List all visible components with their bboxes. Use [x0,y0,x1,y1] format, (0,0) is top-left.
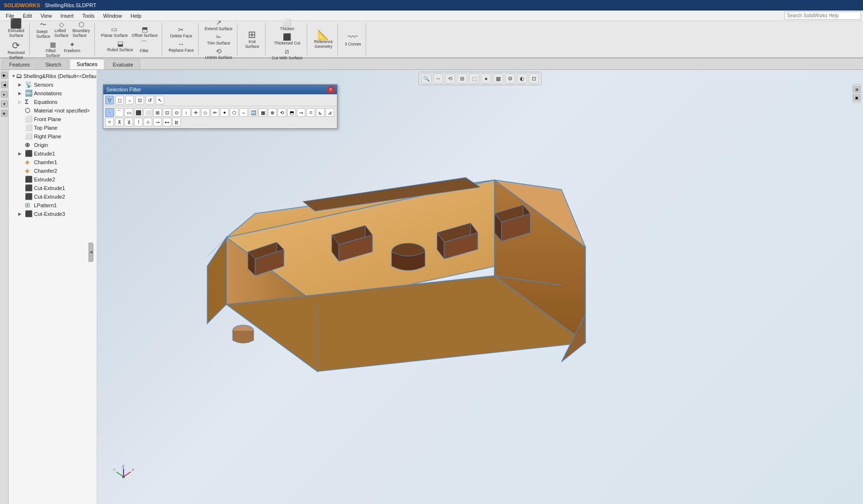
sf-icon-edge[interactable]: ⌒ [115,108,123,117]
sf-icon-extra7[interactable]: ⊺ [134,118,143,126]
tree-top-plane[interactable]: ⬜ Top Plane [17,123,95,132]
sf-icon-loop[interactable]: ⟲ [278,108,286,117]
rotate-button[interactable]: ⟲ [445,73,456,84]
tab-surfaces[interactable]: Surfaces [69,59,104,69]
replace-face-button[interactable]: ↔ Replace Face [167,40,195,53]
tree-extrude2[interactable]: ⬛ Extrude2 [17,175,95,184]
edge-btn-5[interactable]: ⊕ [1,110,8,117]
planar-surface-button[interactable]: ▭ Planar Surface [100,25,129,38]
extruded-surface-button[interactable]: ⬛ ExtrudedSurface [6,18,26,39]
sf-icon-ann[interactable]: 🔤 [249,108,258,117]
sf-filter-btn-3[interactable]: ⬦ [125,96,134,104]
feature-tree-root[interactable]: ▼ 🗂 Shelling&Ribs (Default<<Defau [11,72,95,80]
menu-view[interactable]: View [37,12,56,20]
thicken-button[interactable]: ⬜ Thicken [279,18,296,32]
menu-insert[interactable]: Insert [56,12,78,20]
trim-surface-button[interactable]: ✁ Trim Surface [206,33,232,46]
sf-icon-extra3[interactable]: ⊿ [325,108,334,117]
edge-btn-3[interactable]: ▸ [1,91,8,98]
sf-icon-extra1[interactable]: ⌑ [306,108,315,117]
revolved-surface-button[interactable]: ⟳ RevolvedSurface [6,40,26,61]
search-input[interactable] [785,11,861,20]
boundary-surface-button[interactable]: ⬡ BoundarySurface [71,20,91,39]
sf-icon-component[interactable]: ⊞ [153,108,162,117]
sf-icon-extra9[interactable]: ⊸ [153,118,162,126]
sf-icon-extra4[interactable]: ⌗ [105,118,114,126]
tree-front-plane[interactable]: ⬜ Front Plane [17,115,95,123]
tree-equations[interactable]: ▷ Σ Equations [17,98,95,106]
section-button[interactable]: ▦ [493,73,504,84]
zoom-button[interactable]: 🔍 [421,73,432,84]
tab-evaluate[interactable]: Evaluate [105,59,140,69]
sf-icon-sketch[interactable]: ✏ [211,108,219,117]
pan-button[interactable]: ↔ [433,73,444,84]
fillet-button[interactable]: ⌒ Fillet [135,39,153,54]
sf-icon-roll[interactable]: ⊸ [297,108,305,117]
sf-filter-btn-4[interactable]: ⊡ [135,96,144,104]
sf-icon-extra6[interactable]: ⊻ [124,118,133,126]
lofted-surface-button[interactable]: ◇ LoftedSurface [53,20,70,39]
offset-surface-button[interactable]: ⬒ Offset Surface [130,25,159,38]
sf-icon-sub[interactable]: ⬒ [287,108,296,117]
display-button[interactable]: ● [481,73,492,84]
edge-btn-1[interactable]: ▶ [1,72,8,78]
sf-icon-solid-body[interactable]: ⬛ [134,108,143,117]
sf-icon-ref[interactable]: ⬡ [230,108,238,117]
freeform-button[interactable]: ✦ Freeform [62,40,81,58]
sf-icon-extra5[interactable]: ⊼ [115,118,123,126]
fit-button[interactable]: ⊞ [457,73,468,84]
tree-extrude1[interactable]: ▶ ⬛ Extrude1 [17,149,95,158]
curves-button[interactable]: 〰 3 Curves [343,31,363,47]
sf-icon-extra8[interactable]: ⊹ [144,118,152,126]
menu-tools[interactable]: Tools [78,12,99,20]
untrim-surface-button[interactable]: ⟲ Untrim Surface [203,47,234,60]
sf-icon-center[interactable]: ⊙ [172,108,181,117]
tree-origin[interactable]: ⊕ Origin [17,141,95,149]
menu-help[interactable]: Help [127,12,146,20]
sf-filter-btn-2[interactable]: ◻ [115,96,124,104]
sf-icon-spt[interactable]: ✦ [220,108,229,117]
filled-surface-button[interactable]: ▦ FilledSurface [44,40,61,58]
sf-icon-face[interactable]: ▭ [124,108,133,117]
sf-icon-vertex[interactable]: · [105,108,114,117]
sf-filter-btn-5[interactable]: ↺ [146,96,154,104]
sf-icon-srf-body[interactable]: ▦ [258,108,267,117]
sf-icon-coord[interactable]: ✛ [191,108,200,117]
tree-cut-extrude2[interactable]: ⬛ Cut-Extrude2 [17,192,95,201]
sf-icon-surface[interactable]: ⬜ [144,108,152,117]
viewport[interactable]: 🔍 ↔ ⟲ ⊞ ⬚ ● ▦ ⚙ ◐ ⊡ Selection Filter ✕ ▽… [97,70,863,504]
cut-with-surface-button[interactable]: ⧄ Cut With Surface [270,47,304,61]
menu-window[interactable]: Window [100,12,126,20]
tree-sensors[interactable]: ▶ 📡 Sensors [17,80,95,89]
sf-filter-btn-cursor[interactable]: ↖ [156,96,164,104]
view3d-button[interactable]: ⬚ [469,73,480,84]
reference-geometry-button[interactable]: 📐 ReferenceGeometry [312,29,335,50]
edge-btn-2[interactable]: ◀ [1,81,8,88]
selection-filter-titlebar[interactable]: Selection Filter ✕ [103,85,337,94]
edge-btn-4[interactable]: ▾ [1,101,8,107]
tab-features[interactable]: Features [2,59,37,69]
ruled-surface-button[interactable]: ⬓ Ruled Surface [106,39,134,54]
sf-icon-plane[interactable]: ◇ [201,108,210,117]
sf-icon-extra10[interactable]: ⊷ [163,118,171,126]
tree-chamfer1[interactable]: ◈ Chamfer1 [17,158,95,167]
sf-icon-weld[interactable]: ⊕ [268,108,277,117]
tree-material[interactable]: ⬡ Material <not specified> [17,106,95,115]
tree-right-plane[interactable]: ⬜ Right Plane [17,132,95,141]
sf-icon-mid-pt[interactable]: ⊡ [163,108,171,117]
thickened-cut-button[interactable]: ⬛ Thickened Cut [273,33,302,46]
sf-filter-btn-1[interactable]: ▽ [105,96,114,104]
sf-icon-axis[interactable]: ↕ [182,108,191,117]
tree-cut-extrude3[interactable]: ▶ ⬛ Cut-Extrude3 [17,210,95,218]
sf-icon-extra2[interactable]: ⊾ [316,108,325,117]
tree-lpattern1[interactable]: ⊞ LPattern1 [17,201,95,210]
extend-surface-button[interactable]: ↗ Extend Surface [203,18,234,32]
delete-face-button[interactable]: ✂ Delete Face [169,25,194,39]
appearance-button[interactable]: ◐ [517,73,527,84]
knit-surface-button[interactable]: ⊞ KnitSurface [242,29,262,50]
tree-chamfer2[interactable]: ◈ Chamfer2 [17,167,95,175]
tree-annotations[interactable]: ▶ 🔤 Annotations [17,89,95,98]
sf-icon-dim[interactable]: ↔ [239,108,248,117]
tab-sketch[interactable]: Sketch [38,59,68,69]
rbar-btn-1[interactable]: ⊞ [853,86,860,93]
